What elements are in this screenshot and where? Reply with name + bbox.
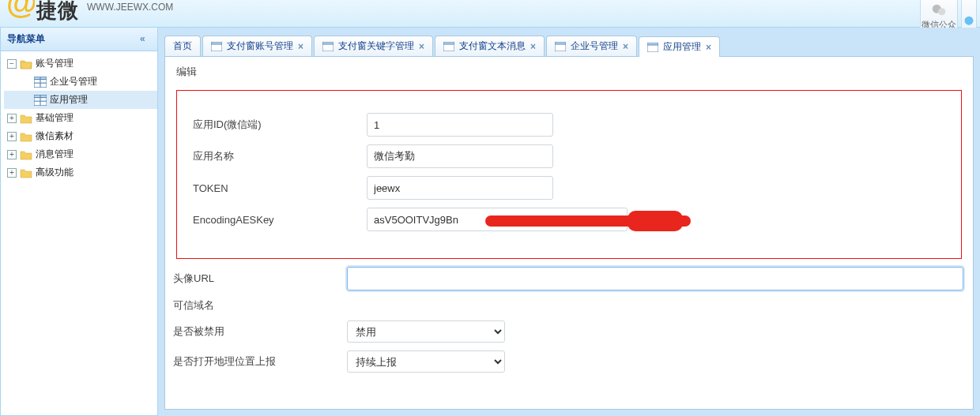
svg-rect-14: [322, 42, 334, 44]
select-disabled[interactable]: 禁用: [347, 320, 505, 343]
row-avatar-url: 头像URL: [165, 267, 973, 290]
tree-label: 高级功能: [36, 166, 74, 179]
table-icon: [34, 77, 47, 88]
tree-label: 基础管理: [36, 111, 74, 125]
tab-pay-account[interactable]: 支付窗账号管理 ×: [202, 36, 312, 56]
wechat-icon: [930, 2, 948, 19]
input-app-id[interactable]: [367, 113, 553, 137]
table-icon: [443, 42, 454, 51]
svg-point-2: [965, 17, 974, 25]
tab-label: 首页: [173, 39, 192, 53]
tab-pay-text[interactable]: 支付窗文本消息 ×: [435, 36, 545, 56]
label-avatar-url: 头像URL: [173, 272, 347, 286]
select-geo-report[interactable]: 持续上报: [347, 350, 505, 373]
sidebar-title: 导航菜单: [7, 32, 45, 46]
folder-icon: [20, 131, 32, 142]
row-aeskey: EncodingAESKey: [185, 208, 953, 231]
input-app-name[interactable]: [367, 144, 553, 168]
tab-label: 支付窗文本消息: [459, 39, 526, 53]
tree-label: 账号管理: [36, 57, 74, 70]
tab-pay-keyword[interactable]: 支付窗关键字管理 ×: [314, 36, 433, 56]
tab-label: 支付窗账号管理: [227, 39, 293, 53]
svg-rect-18: [555, 42, 566, 44]
tab-close-icon[interactable]: ×: [706, 43, 711, 52]
label-geo-report: 是否打开地理位置上报: [173, 354, 347, 369]
row-token: TOKEN: [185, 176, 953, 200]
svg-point-1: [938, 8, 945, 15]
form-panel: 编辑 应用ID(微信端) 应用名称 TOKEN EncodingAESKey: [164, 56, 974, 410]
label-trust-domain: 可信域名: [173, 298, 347, 313]
folder-icon: [20, 113, 32, 124]
table-icon: [322, 42, 334, 51]
tab-app[interactable]: 应用管理 ×: [639, 36, 720, 57]
sidebar-collapse-button[interactable]: «: [140, 34, 151, 45]
row-trust-domain: 可信域名: [165, 298, 973, 313]
nav-tree: − 账号管理 企业号管理 应用管理 +: [1, 51, 157, 415]
row-disabled: 是否被禁用 禁用: [165, 320, 973, 343]
site-url: WWW.JEEWX.COM: [87, 2, 173, 13]
expand-toggle-icon[interactable]: −: [7, 59, 17, 69]
svg-rect-20: [647, 43, 658, 45]
tree-label: 微信素材: [36, 129, 74, 143]
app-header: 捷微 WWW.JEEWX.COM 微信公众: [0, 0, 980, 28]
tab-label: 支付窗关键字管理: [338, 39, 414, 53]
tree-node-enterprise-mgmt[interactable]: 企业号管理: [4, 73, 157, 91]
logo-icon: [8, 0, 35, 21]
label-disabled: 是否被禁用: [173, 324, 347, 339]
folder-icon: [20, 167, 32, 178]
row-geo-report: 是否打开地理位置上报 持续上报: [165, 350, 973, 373]
folder-icon: [20, 149, 32, 160]
content-area: 首页 支付窗账号管理 × 支付窗关键字管理 × 支付窗文本消息 × 企业号管理 …: [158, 28, 980, 416]
tree-label: 消息管理: [36, 148, 74, 161]
tab-close-icon[interactable]: ×: [530, 42, 536, 51]
tab-close-icon[interactable]: ×: [419, 42, 424, 51]
label-aeskey: EncodingAESKey: [193, 214, 367, 226]
expand-toggle-icon[interactable]: +: [7, 114, 17, 123]
sidebar-title-bar: 导航菜单 «: [1, 28, 157, 51]
table-icon: [34, 95, 47, 106]
redaction-mark: [628, 211, 683, 231]
label-token: TOKEN: [193, 182, 367, 194]
table-icon: [555, 42, 566, 51]
expand-toggle-icon[interactable]: +: [7, 168, 17, 178]
sidebar: 导航菜单 « − 账号管理 企业号管理 应用管理: [0, 28, 158, 416]
tree-label: 企业号管理: [50, 75, 97, 88]
row-app-id: 应用ID(微信端): [185, 113, 953, 137]
expand-toggle-icon[interactable]: +: [7, 132, 17, 141]
tab-close-icon[interactable]: ×: [623, 42, 628, 51]
tab-label: 应用管理: [663, 40, 701, 54]
tree-node-advanced[interactable]: + 高级功能: [4, 163, 157, 182]
input-token[interactable]: [367, 176, 553, 200]
panel-title: 编辑: [165, 57, 973, 90]
tree-node-app-mgmt[interactable]: 应用管理: [4, 91, 157, 109]
table-icon: [647, 43, 658, 52]
label-app-name: 应用名称: [193, 149, 367, 163]
svg-rect-12: [211, 42, 222, 44]
svg-rect-16: [443, 42, 454, 44]
tree-node-wechat-material[interactable]: + 微信素材: [4, 127, 157, 145]
tree-label: 应用管理: [50, 93, 88, 107]
tab-close-icon[interactable]: ×: [298, 42, 303, 51]
tree-node-account-mgmt[interactable]: − 账号管理: [4, 54, 157, 73]
folder-open-icon: [20, 58, 32, 69]
tab-label: 企业号管理: [571, 39, 618, 53]
main-layout: 导航菜单 « − 账号管理 企业号管理 应用管理: [0, 28, 980, 416]
tree-node-message-mgmt[interactable]: + 消息管理: [4, 145, 157, 163]
highlighted-section: 应用ID(微信端) 应用名称 TOKEN EncodingAESKey: [176, 90, 962, 259]
table-icon: [211, 42, 222, 51]
tree-node-basic-mgmt[interactable]: + 基础管理: [4, 109, 157, 127]
tab-bar: 首页 支付窗账号管理 × 支付窗关键字管理 × 支付窗文本消息 × 企业号管理 …: [158, 28, 980, 56]
tab-home[interactable]: 首页: [164, 36, 201, 56]
label-app-id: 应用ID(微信端): [193, 118, 367, 132]
brand-name: 捷微: [36, 0, 79, 21]
expand-toggle-icon[interactable]: +: [7, 150, 17, 159]
tab-enterprise[interactable]: 企业号管理 ×: [546, 36, 637, 56]
input-avatar-url[interactable]: [347, 267, 963, 290]
row-app-name: 应用名称: [185, 144, 953, 168]
